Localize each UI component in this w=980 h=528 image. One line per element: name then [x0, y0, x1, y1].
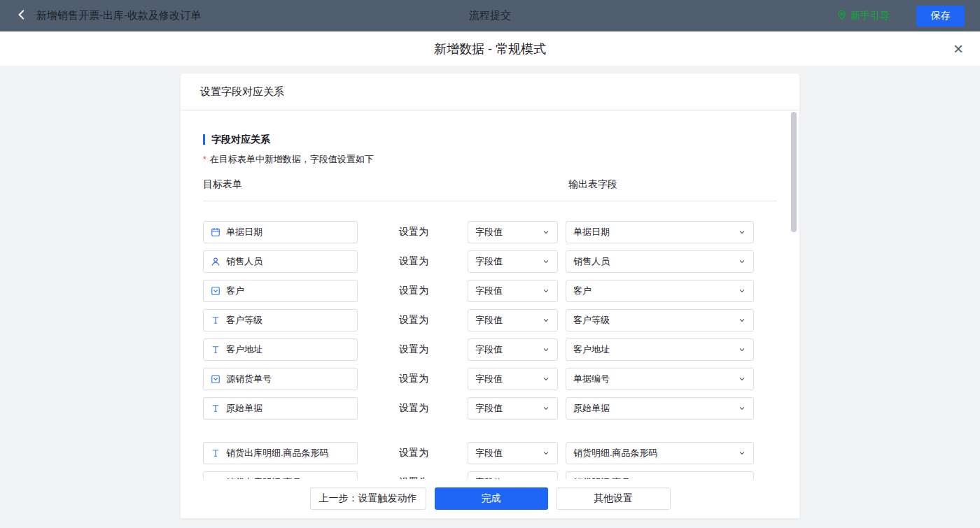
close-icon[interactable]: × [953, 41, 963, 57]
back-button[interactable] [15, 8, 28, 23]
output-field-label: 销售人员 [573, 255, 610, 268]
value-type-select[interactable]: 字段值 [468, 221, 558, 243]
section-subtitle: *在目标表单中新增数据，字段值设置如下 [203, 153, 777, 166]
chevron-down-icon [542, 257, 550, 266]
done-button[interactable]: 完成 [435, 487, 548, 510]
target-field-label: 销货出库明细.商品条形码 [226, 447, 329, 459]
target-field-box[interactable]: 客户地址 [203, 338, 358, 361]
flow-title: 新增销售开票-出库-收款及修改订单 [36, 9, 201, 22]
panel-body: 字段对应关系 *在目标表单中新增数据，字段值设置如下 目标表单 输出表字段 单据… [181, 110, 799, 479]
newbie-guide-link[interactable]: 新手引导 [836, 10, 890, 22]
column-header-output: 输出表字段 [568, 178, 617, 191]
value-type-select[interactable]: 字段值 [468, 368, 558, 390]
chevron-down-icon [542, 375, 550, 383]
subtitle-text: 在目标表单中新增数据，字段值设置如下 [210, 154, 374, 164]
value-type-select[interactable]: 字段值 [468, 442, 558, 464]
value-type-select[interactable]: 字段值 [468, 397, 558, 420]
value-type-label: 字段值 [475, 373, 503, 385]
set-as-label: 设置为 [399, 226, 430, 238]
select-icon [211, 374, 220, 384]
value-type-label: 字段值 [475, 255, 503, 268]
output-field-label: 单据编号 [573, 373, 610, 385]
target-field-box[interactable]: 单据日期 [203, 221, 358, 243]
mapping-row: 销货出库明细.商品条形码设置为字段值销货明细.商品条形码 [203, 442, 777, 464]
other-settings-button[interactable]: 其他设置 [556, 487, 671, 510]
value-type-select[interactable]: 字段值 [468, 280, 558, 302]
chevron-down-icon [738, 228, 746, 236]
set-as-label: 设置为 [399, 373, 430, 385]
chevron-down-icon [738, 316, 746, 324]
column-headers: 目标表单 输出表字段 [203, 178, 777, 201]
output-field-label: 客户地址 [573, 343, 610, 356]
output-field-select[interactable]: 单据日期 [566, 221, 754, 243]
output-field-select[interactable]: 单据编号 [566, 368, 754, 390]
mapping-rows: 单据日期设置为字段值单据日期销售人员设置为字段值销售人员客户设置为字段值客户客户… [203, 221, 777, 479]
output-field-label: 客户等级 [573, 314, 610, 327]
target-field-label: 客户地址 [226, 343, 262, 356]
set-as-label: 设置为 [399, 255, 430, 268]
set-as-label: 设置为 [399, 343, 430, 356]
section-title: 字段对应关系 [203, 134, 777, 145]
chevron-down-icon [542, 345, 550, 354]
modal-title: 新增数据 - 常规模式 [434, 41, 546, 57]
set-as-label: 设置为 [399, 447, 430, 459]
value-type-select[interactable]: 字段值 [468, 250, 558, 273]
target-field-box[interactable]: 客户 [203, 280, 358, 302]
target-field-label: 客户等级 [226, 314, 262, 327]
chevron-down-icon [542, 228, 550, 236]
chevron-down-icon [738, 375, 746, 383]
output-field-select[interactable]: 原始单据 [566, 397, 754, 420]
target-field-label: 源销货单号 [226, 373, 272, 385]
panel-footer: 上一步：设置触发动作 完成 其他设置 [181, 479, 799, 518]
value-type-label: 字段值 [475, 402, 503, 415]
value-type-select[interactable]: 字段值 [468, 338, 558, 361]
mapping-row: 源销货单号设置为字段值单据编号 [203, 368, 777, 390]
target-field-box[interactable]: 销售人员 [203, 250, 358, 273]
target-field-box[interactable]: 客户等级 [203, 309, 358, 331]
value-type-label: 字段值 [475, 447, 503, 459]
chevron-down-icon [542, 449, 550, 457]
target-field-box[interactable]: 销货出库明细.商品条形码 [203, 442, 358, 464]
mapping-row: 销售人员设置为字段值销售人员 [203, 250, 777, 273]
chevron-down-icon [738, 257, 746, 266]
mapping-row: 销货出库明细.商品设置为字段值销货明细.商品 [203, 471, 777, 479]
output-field-select[interactable]: 客户 [566, 280, 754, 302]
mapping-row: 客户等级设置为字段值客户等级 [203, 309, 777, 331]
output-field-select[interactable]: 客户等级 [566, 309, 754, 331]
chevron-down-icon [542, 287, 550, 295]
chevron-down-icon [738, 287, 746, 295]
output-field-select[interactable]: 销售人员 [566, 250, 754, 273]
output-field-label: 客户 [573, 285, 592, 297]
location-pin-icon [836, 10, 847, 22]
mapping-row: 原始单据设置为字段值原始单据 [203, 397, 777, 420]
output-field-select[interactable]: 销货明细.商品 [566, 471, 754, 479]
modal-header: 新增数据 - 常规模式 × [0, 31, 980, 66]
mapping-row: 单据日期设置为字段值单据日期 [203, 221, 777, 243]
select-icon [211, 286, 220, 296]
required-mark: * [203, 155, 206, 164]
guide-label: 新手引导 [850, 10, 890, 22]
target-field-box[interactable]: 销货出库明细.商品 [203, 471, 358, 479]
target-field-label: 原始单据 [226, 402, 262, 415]
user-icon [211, 257, 220, 266]
scrollbar-thumb[interactable] [791, 112, 797, 232]
field-mapping-panel: 设置字段对应关系 字段对应关系 *在目标表单中新增数据，字段值设置如下 目标表单… [181, 73, 799, 518]
value-type-select[interactable]: 字段值 [468, 309, 558, 331]
target-field-box[interactable]: 原始单据 [203, 397, 358, 420]
output-field-select[interactable]: 客户地址 [566, 338, 754, 361]
mapping-row: 客户地址设置为字段值客户地址 [203, 338, 777, 361]
output-field-label: 销货明细.商品条形码 [573, 447, 658, 459]
output-field-label: 单据日期 [573, 226, 610, 238]
text-icon [211, 448, 220, 458]
target-field-box[interactable]: 源销货单号 [203, 368, 358, 390]
value-type-select[interactable]: 字段值 [468, 471, 558, 479]
chevron-down-icon [542, 316, 550, 324]
target-field-label: 客户 [226, 285, 244, 297]
topbar: 新增销售开票-出库-收款及修改订单 流程提交 新手引导 保存 [0, 0, 980, 31]
save-button[interactable]: 保存 [916, 6, 965, 27]
set-as-label: 设置为 [399, 285, 430, 297]
chevron-down-icon [542, 404, 550, 413]
text-icon [211, 315, 220, 325]
prev-step-button[interactable]: 上一步：设置触发动作 [310, 487, 426, 510]
output-field-select[interactable]: 销货明细.商品条形码 [566, 442, 754, 464]
